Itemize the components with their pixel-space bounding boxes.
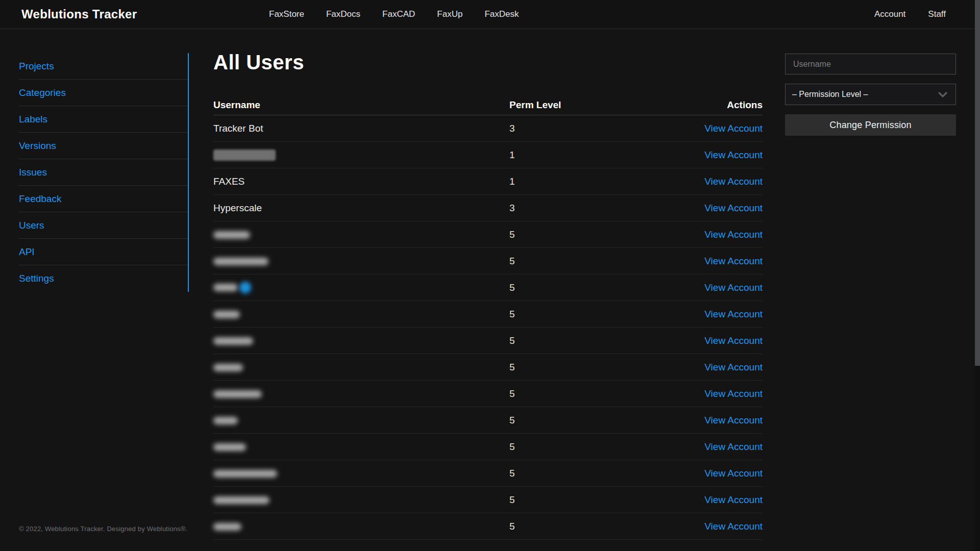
username-cell: Tracker Bot: [213, 123, 509, 134]
actions-cell: View Account: [650, 176, 763, 187]
sidebar-item-categories[interactable]: Categories: [19, 80, 188, 106]
sidebar-item-labels[interactable]: Labels: [19, 106, 188, 133]
view-account-link[interactable]: View Account: [704, 149, 763, 160]
perm-level-cell: 5: [509, 441, 650, 453]
censored-username: [213, 470, 277, 478]
view-account-link[interactable]: View Account: [704, 176, 763, 187]
sidebar-item-label[interactable]: API: [19, 246, 35, 258]
perm-level-cell: 5: [509, 494, 650, 506]
table-row: 5 View Account: [213, 274, 763, 301]
footer-copyright: © 2022, Weblutions Tracker. Designed by …: [19, 525, 187, 533]
nav-link-faxdocs[interactable]: FaxDocs: [326, 9, 360, 19]
sidebar-item-label[interactable]: Categories: [19, 87, 66, 98]
actions-cell: View Account: [650, 362, 763, 373]
username-input[interactable]: [785, 54, 956, 74]
sidebar-item-versions[interactable]: Versions: [19, 133, 188, 159]
view-account-link[interactable]: View Account: [704, 388, 763, 399]
sidebar-item-label[interactable]: Settings: [19, 273, 54, 284]
sidebar-item-settings[interactable]: Settings: [19, 265, 188, 292]
censored-username: [213, 523, 241, 531]
sidebar-item-users[interactable]: Users: [19, 212, 188, 239]
actions-cell: View Account: [650, 415, 763, 426]
view-account-link[interactable]: View Account: [704, 494, 763, 505]
permission-level-select[interactable]: – Permission Level –: [785, 84, 956, 105]
view-account-link[interactable]: View Account: [704, 521, 763, 532]
nav-link-faxcad[interactable]: FaxCAD: [382, 9, 415, 19]
view-account-link[interactable]: View Account: [704, 441, 763, 452]
view-account-link[interactable]: View Account: [704, 203, 763, 213]
sidebar-item-label[interactable]: Versions: [19, 140, 56, 152]
perm-level-cell: 5: [509, 309, 650, 320]
username-cell: FAXES: [213, 176, 509, 187]
username-cell: [213, 441, 509, 453]
column-header-username: Username: [213, 99, 509, 111]
table-row: 5 View Account: [213, 221, 763, 248]
perm-level-cell: 3: [509, 123, 650, 134]
table-row: Tracker Bot 3 View Account: [213, 115, 763, 142]
actions-cell: View Account: [650, 468, 763, 479]
table-row: 5 View Account: [213, 513, 763, 540]
table-body: Tracker Bot 3 View Account 1 View Accoun…: [213, 115, 763, 540]
actions-cell: View Account: [650, 335, 763, 346]
censored-username: [213, 311, 240, 318]
view-account-link[interactable]: View Account: [704, 335, 763, 346]
view-account-link[interactable]: View Account: [704, 309, 763, 319]
perm-level-cell: 3: [509, 203, 650, 214]
actions-cell: View Account: [650, 282, 763, 293]
sidebar-item-label[interactable]: Feedback: [19, 193, 61, 205]
username-cell: [213, 309, 509, 320]
view-account-link[interactable]: View Account: [704, 256, 763, 266]
censored-username: [213, 258, 268, 265]
permission-level-selected-value: – Permission Level –: [792, 90, 868, 99]
sidebar-item-label[interactable]: Labels: [19, 114, 47, 125]
nav-link-faxup[interactable]: FaxUp: [437, 9, 462, 19]
username-cell: [213, 468, 509, 479]
nav-link-faxstore[interactable]: FaxStore: [269, 9, 304, 19]
nav-link-faxdesk[interactable]: FaxDesk: [484, 9, 519, 19]
sidebar-item-issues[interactable]: Issues: [19, 159, 188, 186]
table-row: 5 View Account: [213, 354, 763, 381]
perm-level-cell: 1: [509, 176, 650, 187]
censored-username: [213, 364, 243, 371]
nav-link-account[interactable]: Account: [874, 9, 905, 19]
censored-username: [213, 149, 276, 161]
perm-level-cell: 5: [509, 282, 650, 293]
scrollbar-thumb[interactable]: [975, 0, 980, 366]
username-cell: [213, 494, 509, 506]
scrollbar[interactable]: [975, 0, 980, 551]
sidebar-item-label[interactable]: Projects: [19, 61, 54, 72]
table-header-row: Username Perm Level Actions: [213, 95, 763, 115]
nav-link-staff[interactable]: Staff: [928, 9, 946, 19]
username-cell: [213, 229, 509, 240]
sidebar-item-label[interactable]: Issues: [19, 167, 47, 178]
view-account-link[interactable]: View Account: [704, 229, 763, 240]
account-nav: AccountStaff: [874, 0, 946, 29]
view-account-link[interactable]: View Account: [704, 282, 763, 293]
table-row: 5 View Account: [213, 328, 763, 354]
app-title[interactable]: Weblutions Tracker: [21, 7, 137, 21]
view-account-link[interactable]: View Account: [704, 362, 763, 372]
sidebar-item-feedback[interactable]: Feedback: [19, 186, 188, 212]
table-row: 5 View Account: [213, 248, 763, 274]
view-account-link[interactable]: View Account: [704, 415, 763, 425]
censored-username: [213, 284, 238, 291]
censored-username: [213, 496, 270, 504]
table-row: FAXES 1 View Account: [213, 168, 763, 195]
view-account-link[interactable]: View Account: [704, 468, 763, 479]
change-permission-button[interactable]: Change Permission: [785, 114, 956, 136]
page-title: All Users: [213, 51, 304, 74]
username-cell: [213, 362, 509, 373]
sidebar-item-label[interactable]: Users: [19, 220, 44, 231]
username-cell: [213, 388, 509, 399]
actions-cell: View Account: [650, 203, 763, 214]
perm-level-cell: 5: [509, 229, 650, 240]
table-row: 1 View Account: [213, 142, 763, 168]
actions-cell: View Account: [650, 441, 763, 453]
view-account-link[interactable]: View Account: [704, 123, 763, 134]
perm-level-cell: 5: [509, 415, 650, 426]
censored-username: [213, 337, 253, 345]
sidebar-item-projects[interactable]: Projects: [19, 53, 188, 80]
users-table: Username Perm Level Actions Tracker Bot …: [213, 95, 763, 540]
username-cell: [213, 521, 509, 532]
sidebar-item-api[interactable]: API: [19, 239, 188, 265]
